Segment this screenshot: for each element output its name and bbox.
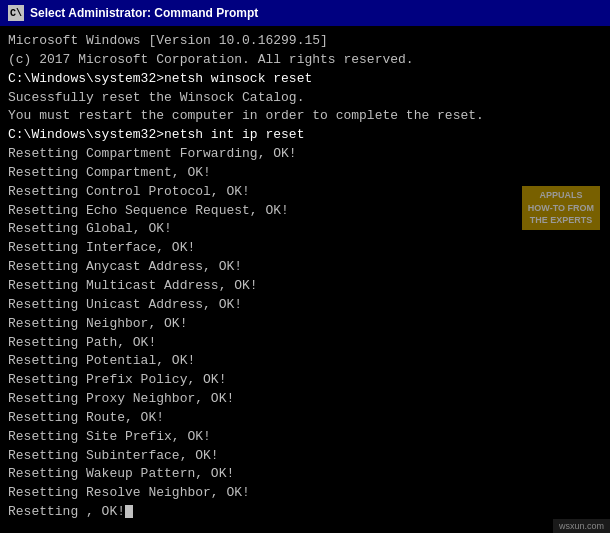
terminal-line: Resetting Compartment Forwarding, OK! (8, 145, 602, 164)
terminal-line: Resetting Resolve Neighbor, OK! (8, 484, 602, 503)
terminal-line: C:\Windows\system32>netsh int ip reset (8, 126, 602, 145)
title-bar-icon: C\ (8, 5, 24, 21)
terminal-line: Resetting Wakeup Pattern, OK! (8, 465, 602, 484)
terminal-line: Resetting Proxy Neighbor, OK! (8, 390, 602, 409)
terminal-line: Resetting Route, OK! (8, 409, 602, 428)
terminal-content: Microsoft Windows [Version 10.0.16299.15… (8, 32, 602, 522)
terminal-line: Resetting Multicast Address, OK! (8, 277, 602, 296)
terminal-line: Resetting Echo Sequence Request, OK! (8, 202, 602, 221)
terminal-line: Resetting Path, OK! (8, 334, 602, 353)
terminal-line: Resetting Global, OK! (8, 220, 602, 239)
terminal-line: C:\Windows\system32>netsh winsock reset (8, 70, 602, 89)
terminal-line: Resetting Prefix Policy, OK! (8, 371, 602, 390)
title-bar-text: Select Administrator: Command Prompt (30, 6, 258, 20)
terminal-line: Resetting Anycast Address, OK! (8, 258, 602, 277)
watermark-line2: HOW-TO FROM (528, 202, 594, 215)
terminal-cursor (125, 505, 133, 518)
terminal-line: Sucessfully reset the Winsock Catalog. (8, 89, 602, 108)
watermark: APPUALS HOW-TO FROM THE EXPERTS (522, 186, 600, 230)
terminal-line: Resetting Potential, OK! (8, 352, 602, 371)
watermark-line3: THE EXPERTS (528, 214, 594, 227)
terminal-window[interactable]: Microsoft Windows [Version 10.0.16299.15… (0, 26, 610, 533)
terminal-line: Resetting Site Prefix, OK! (8, 428, 602, 447)
terminal-line: Resetting Interface, OK! (8, 239, 602, 258)
terminal-line: Resetting Compartment, OK! (8, 164, 602, 183)
terminal-line: Resetting Control Protocol, OK! (8, 183, 602, 202)
terminal-line: Resetting Subinterface, OK! (8, 447, 602, 466)
terminal-line: Resetting Neighbor, OK! (8, 315, 602, 334)
terminal-line: Resetting Unicast Address, OK! (8, 296, 602, 315)
terminal-line: (c) 2017 Microsoft Corporation. All righ… (8, 51, 602, 70)
title-bar: C\ Select Administrator: Command Prompt (0, 0, 610, 26)
bottom-bar: wsxun.com (553, 519, 610, 533)
watermark-line1: APPUALS (528, 189, 594, 202)
terminal-line: You must restart the computer in order t… (8, 107, 602, 126)
terminal-line: Microsoft Windows [Version 10.0.16299.15… (8, 32, 602, 51)
terminal-line: Resetting , OK! (8, 503, 602, 522)
